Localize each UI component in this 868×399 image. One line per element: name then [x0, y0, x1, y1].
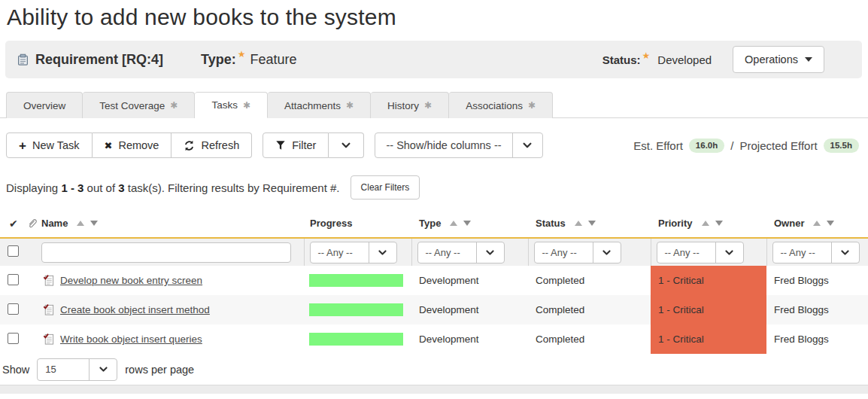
tab-label: Associations [466, 100, 523, 111]
column-header-type: Type [419, 218, 441, 229]
summary-text: task(s). Filtering results by Requiremen… [125, 181, 340, 194]
show-hide-columns-label: -- Show/hide columns -- [375, 133, 511, 157]
page-title: Ability to add new books to the system [7, 5, 868, 30]
table-row: Write book object insert queries Develop… [0, 324, 868, 354]
type-label: Type: [201, 52, 236, 68]
name-filter-input[interactable] [41, 242, 291, 263]
filter-any-label: -- Any -- [535, 242, 593, 263]
column-header-status: Status [536, 218, 566, 229]
sort-desc-icon[interactable] [90, 221, 98, 226]
remove-button[interactable]: ✖ Remove [93, 132, 172, 158]
summary-text: Displaying [6, 181, 61, 194]
tab-test-coverage[interactable]: Test Coverage ✱ [83, 92, 195, 118]
tab-tasks[interactable]: Tasks ✱ [195, 92, 268, 118]
operations-label: Operations [745, 53, 798, 65]
task-priority: 1 - Critical [651, 324, 766, 354]
remove-label: Remove [118, 139, 159, 151]
sort-asc-icon[interactable] [575, 221, 582, 226]
checkmark-icon: ✔ [0, 218, 18, 230]
task-type: Development [411, 324, 528, 354]
task-owner: Fred Bloggs [766, 295, 868, 324]
task-link[interactable]: Write book object insert queries [60, 334, 202, 345]
progress-bar [309, 333, 403, 346]
row-checkbox[interactable] [8, 333, 19, 344]
sort-asc-icon[interactable] [77, 221, 84, 226]
sparkle-icon: ✱ [424, 100, 432, 111]
x-mark-icon: ✖ [105, 140, 113, 151]
summary-text: out of [83, 181, 118, 194]
chevron-down-icon [831, 242, 859, 263]
type-filter-dropdown[interactable]: -- Any -- [417, 242, 505, 263]
status-filter-dropdown[interactable]: -- Any -- [534, 242, 621, 263]
sparkle-icon: ✱ [528, 100, 536, 111]
paperclip-icon [27, 218, 38, 229]
show-hide-columns-dropdown[interactable]: -- Show/hide columns -- [375, 132, 542, 158]
select-all-checkbox[interactable] [8, 245, 19, 257]
tab-label: Tasks [211, 99, 238, 111]
filter-label: Filter [292, 139, 316, 151]
new-task-label: New Task [32, 139, 80, 151]
filter-dropdown-button[interactable] [329, 132, 364, 158]
rows-per-page-value: 15 [38, 359, 89, 380]
table-row: Create book object insert method Develop… [0, 295, 868, 324]
table-header-row: ✔ Name Progress Type [0, 209, 868, 238]
tab-label: Overview [23, 100, 65, 111]
required-star-icon: ★ [238, 50, 246, 58]
owner-filter-dropdown[interactable]: -- Any -- [772, 242, 860, 263]
refresh-icon [184, 140, 195, 151]
task-status: Completed [528, 266, 651, 295]
tab-attachments[interactable]: Attachments ✱ [268, 92, 371, 118]
task-link[interactable]: Create book object insert method [60, 304, 210, 315]
column-header-owner: Owner [774, 218, 804, 229]
results-summary: Displaying 1 - 3 out of 3 task(s). Filte… [6, 175, 862, 200]
sort-asc-icon[interactable] [450, 221, 457, 226]
task-status: Completed [528, 324, 651, 354]
task-owner: Fred Bloggs [766, 324, 868, 354]
refresh-button[interactable]: Refresh [171, 132, 252, 158]
status-value: Developed [657, 53, 712, 66]
row-checkbox[interactable] [8, 274, 19, 285]
sort-desc-icon[interactable] [588, 221, 596, 226]
effort-separator: / [730, 139, 733, 152]
chevron-down-icon [341, 140, 351, 151]
tab-bar: Overview Test Coverage ✱ Tasks ✱ Attachm… [0, 91, 868, 118]
tab-associations[interactable]: Associations ✱ [449, 92, 553, 118]
filter-any-label: -- Any -- [657, 242, 715, 263]
task-owner: Fred Bloggs [766, 266, 868, 295]
task-priority: 1 - Critical [651, 295, 766, 324]
sort-desc-icon[interactable] [827, 221, 834, 226]
plus-icon: + [19, 139, 26, 152]
row-checkbox[interactable] [8, 303, 19, 315]
summary-total: 3 [118, 181, 124, 194]
task-link[interactable]: Develop new book entry screen [60, 275, 202, 286]
summary-range: 1 - 3 [61, 181, 83, 194]
rows-per-page-dropdown[interactable]: 15 [37, 358, 117, 381]
tab-history[interactable]: History ✱ [371, 92, 449, 118]
tab-label: Test Coverage [99, 100, 165, 111]
projected-effort-badge: 15.5h [824, 139, 859, 153]
clear-filters-button[interactable]: Clear Filters [351, 175, 420, 200]
filter-button[interactable]: Filter [263, 132, 329, 158]
new-task-button[interactable]: + New Task [6, 132, 93, 158]
column-header-name: Name [41, 218, 68, 229]
artifact-label: Requirement [RQ:4] [35, 52, 163, 68]
progress-filter-dropdown[interactable]: -- Any -- [310, 242, 397, 263]
sort-desc-icon[interactable] [715, 221, 723, 226]
task-type: Development [411, 266, 528, 295]
chevron-down-icon [512, 133, 542, 157]
sort-asc-icon[interactable] [813, 221, 821, 226]
task-toolbar: + New Task ✖ Remove Refresh [6, 132, 862, 158]
chevron-down-icon [476, 242, 504, 263]
status-label: Status: [602, 53, 641, 66]
sparkle-icon: ✱ [170, 100, 178, 111]
table-row: Develop new book entry screen Developmen… [0, 266, 868, 295]
filter-any-label: -- Any -- [773, 242, 831, 263]
tab-overview[interactable]: Overview [6, 92, 83, 118]
page-footer-strip [0, 385, 868, 394]
priority-filter-dropdown[interactable]: -- Any -- [657, 242, 744, 263]
task-document-icon [42, 303, 55, 316]
operations-button[interactable]: Operations [733, 46, 824, 73]
projected-effort-label: Projected Effort [739, 139, 817, 152]
sort-desc-icon[interactable] [463, 221, 471, 226]
sort-asc-icon[interactable] [702, 221, 709, 226]
